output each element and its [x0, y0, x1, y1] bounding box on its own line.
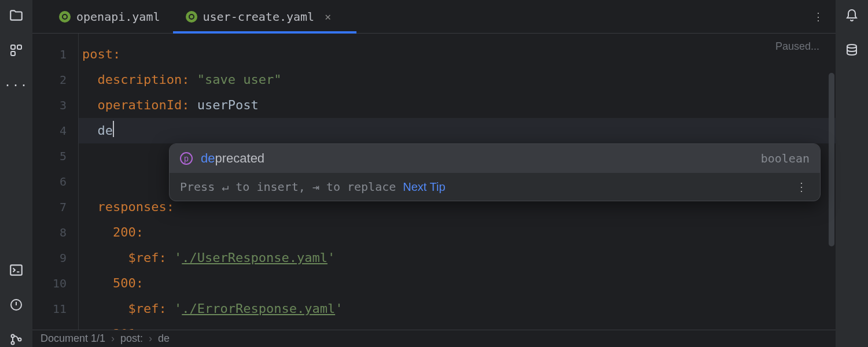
chevron-right-icon: ›	[149, 333, 152, 345]
vcs-icon[interactable]	[9, 332, 24, 347]
completion-match: de	[201, 151, 215, 166]
completion-rest: precated	[215, 151, 264, 166]
svg-point-7	[19, 338, 21, 341]
openapi-file-icon	[59, 11, 71, 23]
editor-area: openapi.yaml user-create.yaml ✕ ⋮ Paused…	[32, 0, 836, 347]
tab-label: openapi.yaml	[76, 10, 160, 24]
left-tool-rail: ···	[0, 0, 32, 347]
notifications-icon[interactable]	[844, 8, 859, 23]
more-icon[interactable]: ···	[9, 77, 24, 93]
svg-rect-0	[11, 45, 15, 49]
svg-rect-1	[17, 45, 21, 49]
svg-point-8	[847, 45, 856, 48]
text-cursor	[113, 121, 114, 137]
completion-type: boolean	[761, 152, 810, 165]
tab-openapi[interactable]: openapi.yaml	[46, 0, 173, 33]
svg-rect-2	[11, 51, 15, 56]
breadcrumb-node[interactable]: de	[158, 333, 170, 345]
chevron-right-icon: ›	[111, 333, 115, 345]
database-icon[interactable]	[844, 43, 859, 58]
next-tip-link[interactable]: Next Tip	[403, 180, 445, 194]
tabs-overflow-icon[interactable]: ⋮	[807, 0, 830, 33]
problems-icon[interactable]	[9, 297, 24, 312]
scrollbar-thumb[interactable]	[829, 73, 834, 246]
completion-footer: Press ↵ to insert, ⇥ to replace Next Tip…	[170, 173, 820, 201]
breadcrumb-doc[interactable]: Document 1/1	[41, 333, 105, 345]
terminal-icon[interactable]	[9, 263, 24, 278]
structure-icon[interactable]	[9, 43, 24, 58]
property-badge-icon: p	[180, 152, 193, 165]
breadcrumb-bar: Document 1/1 › post: › de	[32, 330, 836, 347]
editor-tabs: openapi.yaml user-create.yaml ✕ ⋮	[32, 0, 836, 34]
openapi-file-icon	[186, 11, 197, 23]
close-icon[interactable]: ✕	[325, 10, 331, 23]
svg-point-6	[12, 342, 14, 345]
svg-point-5	[12, 335, 14, 338]
completion-item[interactable]: p deprecated boolean	[170, 144, 820, 173]
tab-label: user-create.yaml	[203, 10, 315, 24]
breadcrumb-node[interactable]: post:	[120, 333, 143, 345]
completion-popup: p deprecated boolean Press ↵ to insert, …	[169, 143, 821, 201]
right-tool-rail	[836, 0, 868, 347]
tab-user-create[interactable]: user-create.yaml ✕	[173, 0, 344, 33]
line-number-gutter: 123 456 789 101112	[32, 34, 79, 330]
folder-icon[interactable]	[9, 8, 24, 23]
completion-options-icon[interactable]: ⋮	[793, 180, 810, 194]
completion-hint: Press ↵ to insert, ⇥ to replace	[180, 180, 396, 194]
svg-rect-3	[10, 265, 22, 275]
